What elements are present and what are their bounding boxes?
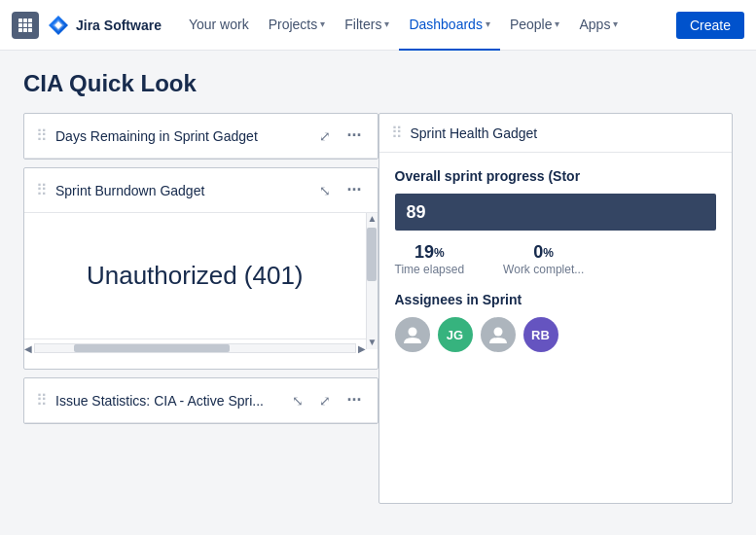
chevron-down-icon: ▾ (555, 18, 559, 29)
avatar-user3[interactable] (481, 317, 516, 352)
sprint-burndown-gadget: Sprint Burndown Gadget ⤡ ··· ▲ ▼ Unautho… (23, 167, 378, 370)
logo[interactable]: Jira Software (47, 14, 162, 37)
burndown-content: Unauthorized (401) (24, 213, 366, 339)
scroll-down-arrow[interactable]: ▼ (367, 337, 378, 347)
more-options-button[interactable]: ··· (342, 178, 365, 202)
unauthorized-text: Unauthorized (401) (87, 261, 304, 291)
stat-time-elapsed: 19% Time elapsed (395, 242, 465, 276)
nav-item-dashboards[interactable]: Dashboards ▾ (399, 0, 500, 51)
gadget-header-sprint-health: Sprint Health Gadget (379, 114, 733, 153)
nav-item-people[interactable]: People ▾ (500, 0, 570, 51)
left-column: Days Remaining in Sprint Gadget ⤢ ··· Sp… (23, 113, 378, 512)
avatar-jg[interactable]: JG (438, 317, 473, 352)
nav-item-your-work[interactable]: Your work (179, 0, 259, 51)
horizontal-scrollbar-row: ◀ ▶ (24, 339, 366, 357)
chevron-down-icon: ▾ (384, 18, 389, 29)
gadget-header-issue-stats: Issue Statistics: CIA - Active Spri... ⤡… (24, 378, 378, 423)
svg-point-10 (493, 328, 502, 337)
stat-time-label: Time elapsed (395, 263, 465, 276)
drag-handle-icon[interactable] (36, 126, 48, 145)
svg-point-9 (408, 328, 416, 337)
chevron-down-icon: ▾ (486, 18, 490, 29)
issue-statistics-title: Issue Statistics: CIA - Active Spri... (55, 393, 280, 409)
sprint-stats: 19% Time elapsed 0% Work complet... (395, 242, 717, 276)
stat-work-label: Work complet... (503, 263, 584, 276)
more-options-button[interactable]: ··· (342, 124, 365, 148)
days-remaining-gadget: Days Remaining in Sprint Gadget ⤢ ··· (23, 113, 378, 160)
assignees-row: JG RB (395, 317, 717, 352)
expand-button[interactable]: ⤢ (315, 126, 335, 146)
svg-rect-0 (18, 18, 22, 22)
compress-button[interactable]: ⤡ (315, 181, 335, 200)
svg-rect-6 (18, 28, 22, 32)
chevron-down-icon: ▾ (613, 18, 618, 29)
sprint-bar: 89 (395, 194, 717, 231)
nav-item-apps[interactable]: Apps ▾ (569, 0, 628, 51)
svg-rect-8 (28, 28, 32, 32)
stat-work-value: 0% (533, 242, 554, 263)
sprint-bar-value: 89 (407, 202, 426, 223)
sprint-health-body: Overall sprint progress (Stor 89 19% Tim… (379, 153, 733, 368)
sprint-burndown-title: Sprint Burndown Gadget (55, 183, 307, 198)
apps-menu-icon[interactable] (12, 12, 39, 39)
compress-button[interactable]: ⤡ (288, 391, 307, 410)
nav-items: Your work Projects ▾ Filters ▾ Dashboard… (179, 0, 676, 51)
logo-text: Jira Software (76, 18, 162, 33)
chevron-down-icon: ▾ (320, 18, 325, 29)
svg-rect-1 (23, 18, 27, 22)
dashboard-grid: Days Remaining in Sprint Gadget ⤢ ··· Sp… (23, 113, 733, 512)
scroll-up-arrow[interactable]: ▲ (367, 213, 378, 224)
create-button[interactable]: Create (676, 12, 744, 39)
horizontal-scroll-thumb[interactable] (74, 344, 230, 352)
page-title: CIA Quick Look (23, 70, 733, 97)
scroll-right-arrow[interactable]: ▶ (358, 343, 366, 354)
drag-handle-icon[interactable] (391, 124, 403, 142)
drag-handle-icon[interactable] (36, 181, 48, 199)
avatar-user1[interactable] (395, 317, 430, 352)
page-content: CIA Quick Look Days Remaining in Sprint … (0, 51, 756, 535)
scroll-left-arrow[interactable]: ◀ (24, 343, 32, 354)
vertical-scrollbar[interactable]: ▲ ▼ (366, 213, 378, 349)
sprint-health-title: Sprint Health Gadget (411, 125, 721, 141)
vertical-scroll-thumb[interactable] (367, 228, 377, 281)
days-remaining-title: Days Remaining in Sprint Gadget (55, 128, 307, 144)
expand-button[interactable]: ⤢ (315, 391, 335, 410)
sprint-health-gadget: Sprint Health Gadget Overall sprint prog… (378, 113, 734, 504)
gadget-header-burndown: Sprint Burndown Gadget ⤡ ··· (24, 168, 378, 213)
burndown-body: ▲ ▼ Unauthorized (401) ◀ ▶ (24, 213, 378, 369)
nav-item-filters[interactable]: Filters ▾ (335, 0, 399, 51)
svg-rect-5 (28, 23, 32, 27)
issue-statistics-gadget: Issue Statistics: CIA - Active Spri... ⤡… (23, 377, 378, 424)
svg-rect-4 (23, 23, 27, 27)
svg-rect-7 (23, 28, 27, 32)
drag-handle-icon[interactable] (36, 391, 48, 410)
gadget-header-days: Days Remaining in Sprint Gadget ⤢ ··· (24, 114, 378, 159)
navbar: Jira Software Your work Projects ▾ Filte… (0, 0, 756, 51)
right-column: Sprint Health Gadget Overall sprint prog… (378, 113, 734, 512)
avatar-rb[interactable]: RB (523, 317, 558, 352)
more-options-button[interactable]: ··· (342, 388, 365, 412)
svg-rect-3 (18, 23, 22, 27)
nav-item-projects[interactable]: Projects ▾ (259, 0, 336, 51)
stat-time-value: 19% (414, 242, 445, 263)
assignees-label: Assignees in Sprint (395, 292, 717, 307)
svg-rect-2 (28, 18, 32, 22)
stat-work-complete: 0% Work complet... (503, 242, 584, 276)
horizontal-scrollbar-track[interactable] (34, 343, 356, 353)
sprint-progress-label: Overall sprint progress (Stor (395, 168, 717, 184)
